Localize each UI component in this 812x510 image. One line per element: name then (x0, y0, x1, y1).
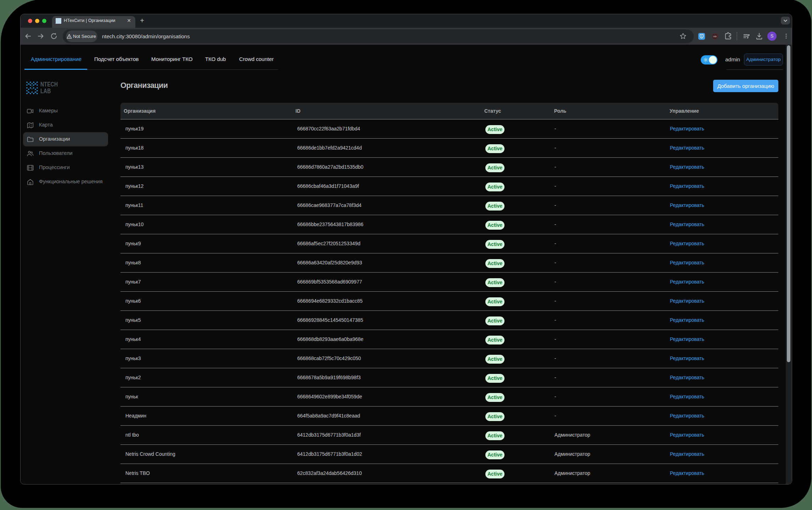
svg-text:UO: UO (713, 35, 717, 38)
